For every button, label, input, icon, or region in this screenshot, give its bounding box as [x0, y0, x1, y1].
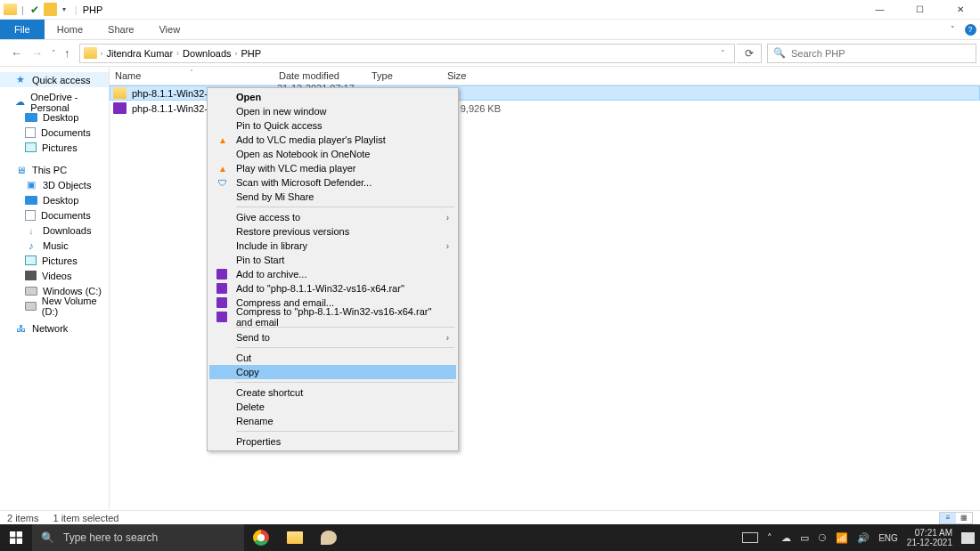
sidebar-item-label: Pictures — [42, 255, 78, 266]
ctx-delete[interactable]: Delete — [209, 400, 456, 414]
view-toggle[interactable]: ≡ ▦ — [939, 512, 973, 524]
address-bar[interactable]: › Jitendra Kumar › Downloads › PHP ˅ — [79, 44, 736, 63]
rar-icon — [113, 102, 127, 114]
music-icon: ♪ — [25, 240, 37, 251]
tray-app-icon[interactable] — [742, 532, 758, 543]
sidebar-onedrive[interactable]: ☁OneDrive - Personal — [0, 94, 109, 109]
chevron-right-icon: › — [235, 49, 238, 58]
ribbon-tabs: File Home Share View ˅ ? — [0, 20, 980, 40]
ctx-compress-name-email[interactable]: Compress to "php-8.1.1-Win32-vs16-x64.ra… — [209, 310, 456, 324]
sidebar-desktop[interactable]: Desktop — [0, 192, 109, 207]
chevron-right-icon: › — [176, 49, 179, 58]
sidebar-network[interactable]: 🖧Network — [0, 320, 109, 336]
search-input[interactable] — [791, 48, 970, 59]
sidebar-videos[interactable]: Videos — [0, 268, 109, 283]
breadcrumb-item[interactable]: Jitendra Kumar — [107, 48, 174, 59]
ribbon-collapse-icon[interactable]: ˅ — [944, 20, 960, 39]
sidebar-pictures[interactable]: Pictures — [0, 253, 109, 268]
breadcrumb-item[interactable]: Downloads — [183, 48, 231, 59]
ctx-pin-quick-access[interactable]: Pin to Quick access — [209, 118, 456, 133]
taskbar-chrome[interactable] — [244, 524, 278, 551]
ctx-vlc-playlist[interactable]: ▲Add to VLC media player's Playlist — [209, 133, 456, 147]
ctx-mi-share[interactable]: Send by Mi Share — [209, 190, 456, 204]
sidebar-pictures[interactable]: Pictures — [0, 140, 109, 155]
tab-home[interactable]: Home — [45, 20, 95, 39]
ctx-open[interactable]: Open — [209, 90, 456, 104]
nav-up-icon[interactable]: ↑ — [64, 46, 70, 60]
column-name[interactable]: Name˄ — [110, 70, 274, 81]
ctx-rename[interactable]: Rename — [209, 414, 456, 428]
tab-share[interactable]: Share — [95, 20, 146, 39]
tray-onedrive-icon[interactable]: ☁ — [781, 532, 791, 544]
close-button[interactable]: ✕ — [940, 0, 980, 20]
ctx-send-to[interactable]: Send to› — [209, 330, 456, 344]
tray-clock[interactable]: 07:21 AM 21-12-2021 — [907, 528, 952, 547]
sidebar-item-label: Documents — [41, 210, 91, 221]
sidebar-documents[interactable]: Documents — [0, 125, 109, 140]
column-size[interactable]: Size — [442, 70, 504, 81]
ctx-properties[interactable]: Properties — [209, 434, 456, 449]
ctx-give-access[interactable]: Give access to› — [209, 210, 456, 224]
nav-history-icon[interactable]: ˅ — [52, 49, 55, 57]
new-folder-icon[interactable] — [44, 3, 57, 16]
ctx-add-archive[interactable]: Add to archive... — [209, 267, 456, 281]
sidebar-item-label: Desktop — [43, 112, 78, 123]
tray-chevron-up-icon[interactable]: ˄ — [767, 532, 772, 544]
desktop-icon — [25, 113, 37, 122]
sidebar-item-label: New Volume (D:) — [42, 296, 109, 317]
ctx-restore-versions[interactable]: Restore previous versions — [209, 224, 456, 239]
sidebar-3d-objects[interactable]: ▣3D Objects — [0, 177, 109, 192]
address-dropdown-icon[interactable]: ˅ — [715, 49, 731, 58]
tray-network-icon[interactable]: 📶 — [836, 532, 848, 544]
drive-icon — [25, 287, 37, 296]
icons-view-icon[interactable]: ▦ — [956, 513, 972, 523]
tray-volume-icon[interactable]: 🔊 — [857, 532, 870, 544]
qat-dropdown-icon[interactable]: ▾ — [59, 3, 69, 16]
start-button[interactable] — [0, 531, 32, 544]
maximize-button[interactable]: ☐ — [900, 0, 940, 20]
ctx-add-archive-name[interactable]: Add to "php-8.1.1-Win32-vs16-x64.rar" — [209, 281, 456, 296]
ctx-label: Include in library — [236, 240, 307, 251]
sidebar-music[interactable]: ♪Music — [0, 238, 109, 253]
folder-icon — [4, 4, 17, 15]
ctx-label: Play with VLC media player — [236, 163, 356, 174]
column-date[interactable]: Date modified — [274, 70, 366, 81]
tray-wifi-icon[interactable]: ⚆ — [818, 532, 827, 544]
taskbar-paint[interactable] — [312, 524, 346, 551]
breadcrumb-item[interactable]: PHP — [241, 48, 262, 59]
tab-file[interactable]: File — [0, 20, 45, 39]
nav-forward-icon[interactable]: → — [31, 46, 43, 60]
ctx-create-shortcut[interactable]: Create shortcut — [209, 385, 456, 400]
ctx-cut[interactable]: Cut — [209, 351, 456, 365]
sidebar-quick-access[interactable]: ★Quick access — [0, 72, 109, 87]
tab-view[interactable]: View — [146, 20, 192, 39]
details-view-icon[interactable]: ≡ — [940, 513, 956, 523]
search-box[interactable]: 🔍 — [767, 44, 976, 63]
ctx-pin-start[interactable]: Pin to Start — [209, 253, 456, 267]
breadcrumb[interactable]: › Jitendra Kumar › Downloads › PHP — [101, 48, 716, 59]
refresh-button[interactable]: ⟳ — [737, 44, 762, 63]
sidebar-drive-d[interactable]: New Volume (D:) — [0, 298, 109, 313]
sidebar-downloads[interactable]: ↓Downloads — [0, 223, 109, 238]
sidebar-this-pc[interactable]: 🖥This PC — [0, 162, 109, 177]
sidebar-item-label: Documents — [41, 127, 91, 138]
help-icon[interactable]: ? — [960, 20, 980, 39]
ctx-onenote[interactable]: Open as Notebook in OneNote — [209, 147, 456, 161]
tray-notifications-icon[interactable] — [961, 532, 975, 544]
taskbar-file-explorer[interactable] — [278, 524, 312, 551]
ctx-label: Add to archive... — [236, 269, 307, 280]
ctx-defender[interactable]: 🛡Scan with Microsoft Defender... — [209, 175, 456, 190]
ctx-include-library[interactable]: Include in library› — [209, 239, 456, 253]
sidebar-documents[interactable]: Documents — [0, 207, 109, 223]
ctx-vlc-play[interactable]: ▲Play with VLC media player — [209, 161, 456, 175]
column-type[interactable]: Type — [366, 70, 442, 81]
tray-language[interactable]: ENG — [878, 533, 898, 543]
nav-back-icon[interactable]: ← — [11, 46, 22, 60]
ctx-open-new-window[interactable]: Open in new window — [209, 104, 456, 118]
tray-meet-now-icon[interactable]: ▭ — [800, 532, 809, 544]
properties-icon[interactable]: ✔ — [29, 3, 42, 16]
window-title: PHP — [83, 4, 103, 15]
ctx-copy[interactable]: Copy — [209, 365, 456, 379]
minimize-button[interactable]: — — [860, 0, 900, 20]
taskbar-search[interactable]: 🔍 Type here to search — [32, 524, 244, 551]
